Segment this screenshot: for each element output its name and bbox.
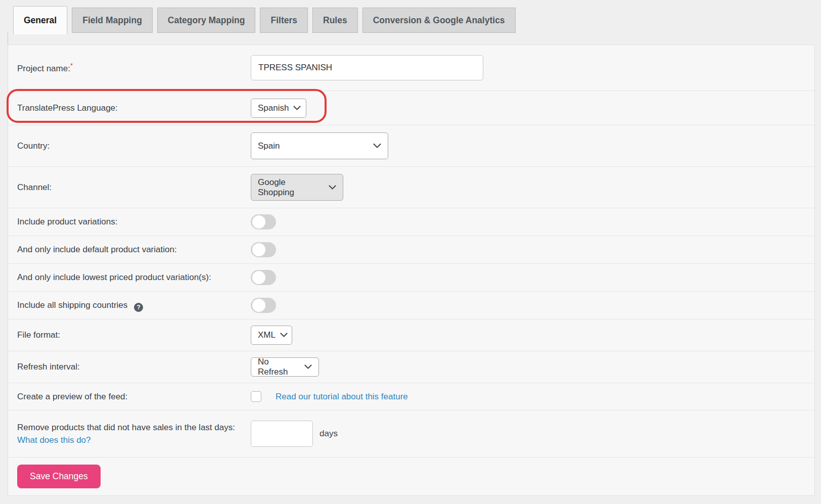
include-all-shipping-toggle[interactable] [251,298,276,313]
feed-settings-page: General Field Mapping Category Mapping F… [0,0,821,504]
toggle-knob [252,243,265,256]
general-settings-panel: Project name:* TranslatePress Language: … [8,44,815,496]
refresh-interval-row: Refresh interval: No Refresh [8,351,814,383]
chevron-down-icon [304,364,312,370]
translatepress-language-value: Spanish [258,103,289,113]
include-all-shipping-control [251,298,805,313]
feed-preview-control: Read our tutorial about this feature [251,391,805,402]
toggle-knob [252,215,265,228]
chevron-down-icon [280,333,288,338]
remove-products-days-input[interactable] [251,421,313,447]
refresh-interval-control: No Refresh [251,357,805,377]
channel-value: Google Shopping [258,177,324,198]
channel-select[interactable]: Google Shopping [251,174,343,201]
feed-preview-tutorial-link[interactable]: Read our tutorial about this feature [276,392,408,402]
tab-field-mapping[interactable]: Field Mapping [72,8,153,33]
save-row: Save Changes [8,457,814,495]
project-name-control [251,55,805,80]
tab-rules[interactable]: Rules [312,8,358,33]
include-product-variations-control [251,214,805,230]
file-format-value: XML [258,330,276,340]
translatepress-language-control: Spanish [251,99,805,118]
file-format-label: File format: [17,329,251,342]
remove-products-help-link[interactable]: What does this do? [17,435,91,445]
country-control: Spain [251,132,805,159]
project-name-input[interactable] [251,55,483,80]
file-format-select[interactable]: XML [251,326,292,345]
project-name-label: Project name:* [17,61,251,75]
lowest-priced-variation-row: And only include lowest priced product v… [8,264,814,292]
channel-label: Channel: [17,181,251,194]
refresh-interval-select[interactable]: No Refresh [251,357,319,377]
include-product-variations-row: Include product variations: [8,208,814,236]
tab-category-mapping[interactable]: Category Mapping [157,8,256,33]
toggle-knob [252,299,265,312]
default-product-variation-toggle[interactable] [251,242,276,257]
remove-products-label-text: Remove products that did not have sales … [17,423,235,432]
remove-products-control: days [251,421,805,447]
include-all-shipping-row: Include all shipping countries ? [8,292,814,319]
save-changes-button[interactable]: Save Changes [17,465,101,488]
translatepress-language-row: TranslatePress Language: Spanish [8,91,814,125]
default-product-variation-control [251,242,805,257]
lowest-priced-variation-control [251,270,805,285]
include-product-variations-toggle[interactable] [251,214,276,230]
translatepress-language-select[interactable]: Spanish [251,99,306,118]
tab-filters[interactable]: Filters [260,8,308,33]
lowest-priced-variation-label: And only include lowest priced product v… [17,271,251,284]
tab-panel-connector-line [8,32,8,45]
country-label: Country: [17,140,251,153]
remove-products-row: Remove products that did not have sales … [8,410,814,457]
file-format-row: File format: XML [8,319,814,351]
translatepress-language-label: TranslatePress Language: [17,102,251,115]
days-suffix-label: days [320,429,338,439]
required-asterisk: * [70,62,73,69]
chevron-down-icon [329,185,336,190]
include-product-variations-label: Include product variations: [17,215,251,228]
feed-preview-label: Create a preview of the feed: [17,390,251,403]
toggle-knob [252,271,265,284]
chevron-down-icon [373,143,381,149]
tab-general[interactable]: General [13,6,67,34]
lowest-priced-variation-toggle[interactable] [251,270,276,285]
project-name-row: Project name:* [8,45,814,91]
file-format-control: XML [251,326,805,345]
project-name-label-text: Project name: [17,64,70,73]
country-select[interactable]: Spain [251,132,388,159]
include-all-shipping-label-text: Include all shipping countries [17,300,127,310]
default-product-variation-row: And only include default product variati… [8,236,814,264]
channel-row: Channel: Google Shopping [8,167,814,208]
channel-control: Google Shopping [251,174,805,201]
feed-preview-row: Create a preview of the feed: Read our t… [8,383,814,410]
country-row: Country: Spain [8,125,814,167]
include-all-shipping-label: Include all shipping countries ? [17,299,251,312]
question-mark-help-icon[interactable]: ? [134,303,143,312]
settings-tab-bar: General Field Mapping Category Mapping F… [0,0,821,34]
tab-conversion-google-analytics[interactable]: Conversion & Google Analytics [362,8,516,33]
default-product-variation-label: And only include default product variati… [17,243,251,256]
refresh-interval-label: Refresh interval: [17,360,251,374]
refresh-interval-value: No Refresh [258,357,300,377]
remove-products-label: Remove products that did not have sales … [17,421,236,447]
chevron-down-icon [293,106,301,111]
country-value: Spain [258,141,280,151]
feed-preview-checkbox[interactable] [251,391,261,402]
